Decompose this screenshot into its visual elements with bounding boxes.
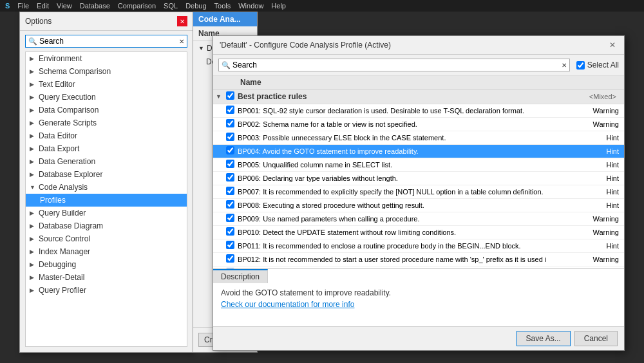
menu-debug[interactable]: Debug (185, 2, 206, 10)
sidebar-item-database-diagram[interactable]: ▶ Database Diagram (26, 219, 187, 232)
rule-row-bp008[interactable]: BP008: Executing a stored procedure with… (213, 199, 624, 212)
rules-name-col: Name (238, 76, 562, 89)
group-best-practice[interactable]: ▼ Best practice rules <Mixed> (213, 89, 624, 104)
tree-label: Master-Detail (39, 273, 84, 282)
sidebar-item-code-analysis[interactable]: ▼ Code Analysis (26, 181, 187, 194)
menu-sql[interactable]: SQL (164, 2, 178, 10)
tree-label: Data Export (39, 144, 79, 153)
rule-bp001-checkbox[interactable] (226, 106, 234, 114)
configure-close-button[interactable]: ✕ (607, 40, 618, 50)
sidebar-item-data-generation[interactable]: ▶ Data Generation (26, 155, 187, 168)
chevron-down-icon: ▼ (198, 45, 204, 51)
sidebar-item-text-editor[interactable]: ▶ Text Editor (26, 78, 187, 91)
cancel-button[interactable]: Cancel (574, 331, 618, 346)
description-text: Avoid the GOTO statement to improve read… (221, 288, 391, 297)
rule-row-bp001[interactable]: BP001: SQL-92 style cursor declaration i… (213, 104, 624, 118)
menu-window[interactable]: Window (238, 2, 263, 10)
rule-text-bp010: BP010: Detect the UPDATE statement witho… (238, 228, 570, 236)
rule-check-bp001 (226, 106, 238, 116)
rule-row-bp002[interactable]: BP002: Schema name for a table or view i… (213, 118, 624, 131)
rule-severity-bp002: Warning (570, 120, 621, 128)
sidebar-item-master-detail[interactable]: ▶ Master-Detail (26, 271, 187, 284)
rule-row-bp005[interactable]: BP005: Unqualified column name in SELECT… (213, 158, 624, 172)
rule-check-bp002 (226, 119, 238, 129)
rule-bp008-checkbox[interactable] (226, 200, 234, 209)
menu-file[interactable]: File (17, 2, 29, 10)
rule-bp009-checkbox[interactable] (226, 214, 234, 222)
chevron-right-icon: ▶ (30, 81, 36, 88)
rule-bp010-checkbox[interactable] (226, 227, 234, 236)
chevron-right-icon: ▶ (30, 55, 36, 62)
rule-row-bp013[interactable]: BP013: It is not recommended to use fn_ … (213, 266, 624, 268)
rule-bp012-checkbox[interactable] (226, 254, 234, 263)
rule-bp005-checkbox[interactable] (226, 160, 234, 168)
rule-bp007-checkbox[interactable] (226, 187, 234, 195)
sidebar-item-schema-comparison[interactable]: ▶ Schema Comparison (26, 65, 187, 78)
options-close-button[interactable]: ✕ (177, 16, 187, 26)
chevron-down-icon: ▼ (30, 184, 36, 191)
options-search-box: 🔍 ✕ (25, 35, 187, 48)
rule-bp011-checkbox[interactable] (226, 241, 234, 249)
tree-label: Generate Scripts (39, 118, 97, 127)
menu-comparison[interactable]: Comparison (118, 2, 156, 10)
rule-check-bp009 (226, 214, 238, 224)
documentation-link[interactable]: Check our documentation for more info (221, 300, 616, 309)
rule-bp002-checkbox[interactable] (226, 119, 234, 127)
sidebar-item-query-profiler[interactable]: ▶ Query Profiler (26, 284, 187, 297)
rule-bp013-checkbox[interactable] (226, 268, 234, 268)
sidebar-item-query-builder[interactable]: ▶ Query Builder (26, 207, 187, 219)
group-best-practice-checkbox[interactable] (226, 91, 234, 100)
rule-bp004-checkbox[interactable] (226, 146, 234, 154)
rule-row-bp004[interactable]: BP004: Avoid the GOTO statement to impro… (213, 145, 624, 158)
sidebar-item-data-comparison[interactable]: ▶ Data Comparison (26, 104, 187, 116)
rule-row-bp007[interactable]: BP007: It is recommended to explicitly s… (213, 185, 624, 199)
sidebar-item-generate-scripts[interactable]: ▶ Generate Scripts (26, 116, 187, 129)
rule-bp003-checkbox[interactable] (226, 133, 234, 141)
rule-text-bp007: BP007: It is recommended to explicitly s… (238, 188, 570, 196)
rule-check-bp011 (226, 241, 238, 251)
menu-database[interactable]: Database (80, 2, 110, 10)
options-search-input[interactable] (39, 37, 179, 46)
rule-severity-bp001: Warning (570, 107, 621, 115)
select-all-checkbox[interactable] (576, 61, 585, 70)
menu-help[interactable]: Help (271, 2, 286, 10)
rule-severity-bp006: Hint (570, 174, 621, 182)
sidebar-item-source-control[interactable]: ▶ Source Control (26, 232, 187, 245)
rule-row-bp011[interactable]: BP011: It is recommended to enclose a ro… (213, 239, 624, 253)
rule-bp006-checkbox[interactable] (226, 173, 234, 182)
rule-row-bp012[interactable]: BP012: It is not recommended to start a … (213, 253, 624, 266)
options-search-clear-icon[interactable]: ✕ (179, 38, 184, 45)
tree-label: Database Explorer (39, 170, 102, 179)
description-tab[interactable]: Description (213, 269, 268, 283)
sidebar-item-environment[interactable]: ▶ Environment (26, 52, 187, 65)
app-background: S File Edit View Database Comparison SQL… (0, 0, 644, 363)
tree-label: Query Profiler (39, 286, 86, 295)
sidebar-item-debugging[interactable]: ▶ Debugging (26, 258, 187, 271)
rule-row-bp003[interactable]: BP003: Possible unnecessary ELSE block i… (213, 131, 624, 145)
tree-label: Query Builder (39, 209, 86, 218)
rule-text-bp006: BP006: Declaring var type variables with… (238, 174, 570, 182)
sidebar-item-data-export[interactable]: ▶ Data Export (26, 142, 187, 155)
configure-search-clear-icon[interactable]: ✕ (562, 62, 567, 69)
sidebar-item-data-editor[interactable]: ▶ Data Editor (26, 129, 187, 142)
configure-search-input[interactable] (232, 60, 562, 70)
rule-text-bp001: BP001: SQL-92 style cursor declaration i… (238, 107, 570, 115)
tree-label: Profiles (40, 196, 66, 205)
sidebar-item-index-manager[interactable]: ▶ Index Manager (26, 245, 187, 258)
menu-edit[interactable]: Edit (37, 2, 49, 10)
save-as-button[interactable]: Save As... (516, 331, 571, 346)
rule-severity-bp005: Hint (570, 161, 621, 169)
rule-severity-bp012: Warning (570, 256, 621, 263)
configure-footer: Save As... Cancel (213, 326, 624, 350)
chevron-right-icon: ▶ (30, 274, 36, 281)
rule-row-bp010[interactable]: BP010: Detect the UPDATE statement witho… (213, 226, 624, 239)
rule-row-bp006[interactable]: BP006: Declaring var type variables with… (213, 172, 624, 185)
configure-search-row: 🔍 ✕ Select All (213, 55, 624, 76)
rule-check-bp006 (226, 173, 238, 183)
menu-view[interactable]: View (57, 2, 72, 10)
sidebar-item-database-explorer[interactable]: ▶ Database Explorer (26, 168, 187, 181)
sidebar-item-profiles[interactable]: Profiles (26, 194, 187, 207)
rule-row-bp009[interactable]: BP009: Use named parameters when calling… (213, 212, 624, 226)
sidebar-item-query-execution[interactable]: ▶ Query Execution (26, 91, 187, 104)
menu-tools[interactable]: Tools (214, 2, 231, 10)
